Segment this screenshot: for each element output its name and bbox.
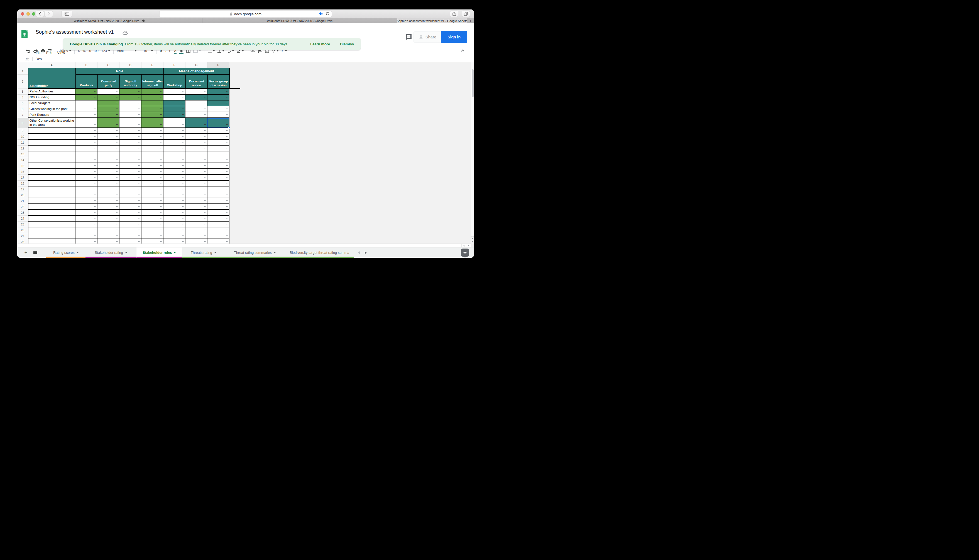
row-header-25[interactable]: 25: [17, 222, 28, 227]
cell-H12[interactable]: [207, 145, 229, 152]
dropdown-arrow-icon[interactable]: [226, 206, 228, 207]
cell-D3[interactable]: [120, 89, 142, 95]
cell-G3[interactable]: [185, 89, 207, 95]
cell-B7[interactable]: [75, 112, 97, 118]
cell-F2[interactable]: Workshop: [164, 75, 186, 88]
cell-A20[interactable]: [28, 192, 75, 198]
row-header-10[interactable]: 10: [17, 134, 28, 140]
dropdown-arrow-icon[interactable]: [116, 108, 118, 110]
column-header-D[interactable]: D: [120, 62, 142, 68]
dropdown-arrow-icon[interactable]: [226, 136, 228, 137]
dropdown-arrow-icon[interactable]: [138, 136, 140, 137]
cell-G10[interactable]: [185, 134, 207, 140]
cell-E26[interactable]: [142, 227, 163, 233]
cell-H8[interactable]: [207, 118, 229, 128]
sheet-tabs-next-icon[interactable]: [365, 251, 367, 254]
dropdown-arrow-icon[interactable]: [182, 212, 184, 213]
cell-H19[interactable]: [207, 187, 229, 192]
cell-G6[interactable]: [185, 106, 207, 112]
dropdown-arrow-icon[interactable]: [116, 130, 118, 132]
cell-G15[interactable]: [185, 163, 207, 169]
row-header-14[interactable]: 14: [17, 157, 28, 163]
dropdown-arrow-icon[interactable]: [94, 124, 96, 125]
cell-A10[interactable]: [28, 134, 75, 140]
cell-G13[interactable]: [185, 152, 207, 157]
browser-share-button[interactable]: [450, 10, 458, 17]
dropdown-arrow-icon[interactable]: [94, 195, 96, 196]
cell-C22[interactable]: [97, 204, 120, 210]
cell-B10[interactable]: [75, 134, 97, 140]
cell-D6[interactable]: [120, 106, 142, 112]
cell-H20[interactable]: [207, 192, 229, 198]
dropdown-arrow-icon[interactable]: [116, 165, 118, 167]
cell-F10[interactable]: [163, 134, 185, 140]
dropdown-arrow-icon[interactable]: [138, 195, 140, 196]
cell-A22[interactable]: [28, 204, 75, 210]
cell-H17[interactable]: [207, 175, 229, 181]
dropdown-arrow-icon[interactable]: [138, 114, 140, 115]
dropdown-arrow-icon[interactable]: [182, 97, 184, 98]
dropdown-arrow-icon[interactable]: [138, 200, 140, 202]
cell-F15[interactable]: [163, 163, 185, 169]
cell-D27[interactable]: [120, 233, 142, 239]
dropdown-arrow-icon[interactable]: [116, 200, 118, 202]
sheet-tab-threats-rating[interactable]: Threats rating: [182, 247, 224, 258]
dropdown-arrow-icon[interactable]: [160, 230, 162, 231]
cell-A26[interactable]: [28, 227, 75, 233]
dropdown-arrow-icon[interactable]: [94, 206, 96, 207]
cell-C14[interactable]: [97, 157, 120, 163]
cell-G2[interactable]: Document review: [186, 75, 208, 88]
cell-B18[interactable]: [75, 181, 97, 187]
row-header-19[interactable]: 19: [17, 187, 28, 192]
new-tab-button[interactable]: +: [467, 18, 474, 23]
menu-file[interactable]: File: [36, 51, 42, 55]
cell-E24[interactable]: [142, 216, 163, 222]
dropdown-arrow-icon[interactable]: [94, 230, 96, 231]
dropdown-arrow-icon[interactable]: [204, 189, 206, 190]
dropdown-arrow-icon[interactable]: [204, 171, 206, 172]
dropdown-arrow-icon[interactable]: [182, 195, 184, 196]
back-button[interactable]: [36, 10, 44, 17]
cell-G24[interactable]: [185, 216, 207, 222]
dropdown-arrow-icon[interactable]: [182, 183, 184, 184]
dropdown-arrow-icon[interactable]: [138, 97, 140, 98]
dropdown-arrow-icon[interactable]: [94, 148, 96, 149]
cell-B25[interactable]: [75, 222, 97, 227]
cell-E15[interactable]: [142, 163, 163, 169]
cell-A1-stakeholder[interactable]: Stakeholder: [28, 68, 76, 88]
cell-A19[interactable]: [28, 187, 75, 192]
dropdown-arrow-icon[interactable]: [226, 91, 228, 92]
row-header-9[interactable]: 9: [17, 128, 28, 134]
cell-G25[interactable]: [185, 222, 207, 227]
dropdown-arrow-icon[interactable]: [138, 235, 140, 237]
cell-A9[interactable]: [28, 128, 75, 134]
cell-C15[interactable]: [97, 163, 120, 169]
column-header-C[interactable]: C: [97, 62, 120, 68]
cell-A27[interactable]: [28, 233, 75, 239]
cell-E4[interactable]: [142, 95, 163, 100]
cell-D15[interactable]: [120, 163, 142, 169]
dropdown-arrow-icon[interactable]: [160, 153, 162, 155]
cell-F7[interactable]: [163, 112, 185, 118]
cell-E10[interactable]: [142, 134, 163, 140]
dropdown-arrow-icon[interactable]: [160, 206, 162, 207]
dropdown-arrow-icon[interactable]: [94, 153, 96, 155]
sheet-tab-stakeholder-rating[interactable]: Stakeholder rating: [85, 247, 136, 258]
dropdown-arrow-icon[interactable]: [94, 130, 96, 132]
cell-H23[interactable]: [207, 210, 229, 216]
cell-B5[interactable]: [75, 100, 97, 106]
cell-D5[interactable]: [120, 100, 142, 106]
dropdown-arrow-icon[interactable]: [94, 114, 96, 115]
cell-C13[interactable]: [97, 152, 120, 157]
cell-B8[interactable]: [75, 118, 97, 128]
cell-B12[interactable]: [75, 145, 97, 152]
cell-A6[interactable]: Guides working in the park: [28, 106, 75, 112]
dropdown-arrow-icon[interactable]: [204, 103, 206, 104]
dropdown-arrow-icon[interactable]: [204, 91, 206, 92]
dropdown-arrow-icon[interactable]: [160, 124, 162, 125]
sign-in-button[interactable]: Sign in: [441, 31, 467, 43]
sheet-tab-stakeholder-roles[interactable]: Stakeholder roles: [136, 247, 182, 258]
cell-G5[interactable]: [185, 100, 207, 106]
cell-E5[interactable]: [142, 100, 163, 106]
dropdown-arrow-icon[interactable]: [94, 189, 96, 190]
